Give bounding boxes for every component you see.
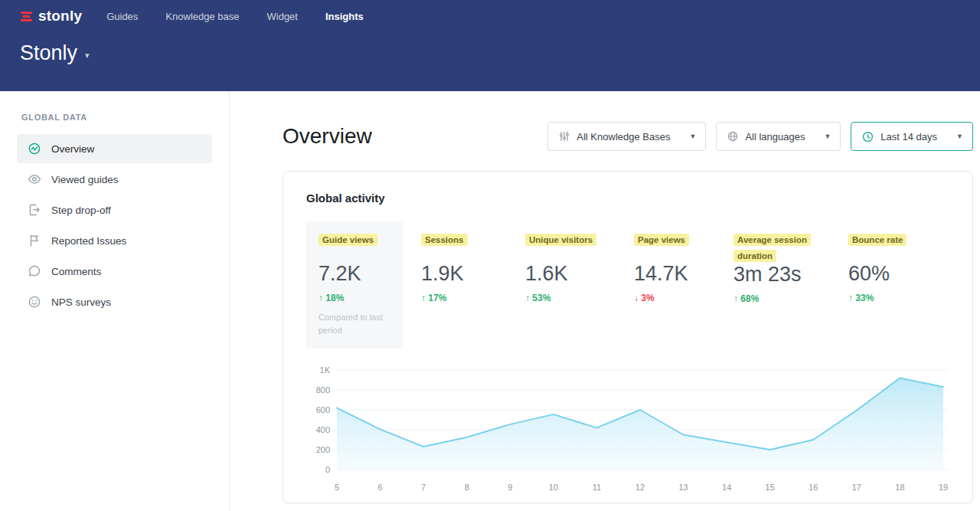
sidebar-item-label: Overview bbox=[51, 143, 94, 155]
metric-change: ↑ 17% bbox=[421, 293, 507, 303]
svg-text:18: 18 bbox=[895, 483, 904, 492]
main-content: Overview All Knowledge Bases ▼ bbox=[230, 91, 980, 511]
svg-text:14: 14 bbox=[722, 483, 731, 492]
metric-change: ↓ 3% bbox=[634, 293, 715, 303]
stonly-logo-text: stonly bbox=[38, 8, 82, 25]
metric-label: Sessions bbox=[421, 234, 468, 246]
metric-change: ↑ 33% bbox=[848, 293, 922, 303]
metric-value: 14.7K bbox=[634, 263, 715, 284]
svg-text:12: 12 bbox=[635, 483, 645, 492]
sidebar-item-label: NPS surveys bbox=[51, 296, 111, 308]
sidebar-item-comments[interactable]: Comments bbox=[17, 257, 212, 286]
metric-note: Compared to last period bbox=[318, 311, 390, 336]
metric-change: ↑ 53% bbox=[525, 293, 616, 303]
nav-item-knowledge-base[interactable]: Knowledge base bbox=[165, 11, 239, 22]
nav-item-insights[interactable]: Insights bbox=[325, 11, 364, 22]
card-title: Global activity bbox=[306, 192, 949, 205]
top-nav-items: Guides Knowledge base Widget Insights bbox=[106, 11, 364, 22]
stonly-logo-icon bbox=[20, 10, 33, 23]
svg-text:9: 9 bbox=[508, 483, 512, 492]
metric-value: 7.2K bbox=[318, 263, 390, 284]
svg-text:11: 11 bbox=[593, 483, 601, 492]
nav-item-guides[interactable]: Guides bbox=[106, 11, 138, 22]
metrics-row: Guide views 7.2K ↑ 18% Compared to last … bbox=[306, 221, 949, 349]
page-title: Overview bbox=[283, 124, 372, 149]
stonly-logo[interactable]: stonly bbox=[20, 8, 82, 25]
page-layout: GLOBAL DATA Overview Viewed guides Step … bbox=[0, 91, 980, 511]
workspace-selector[interactable]: Stonly ▾ bbox=[0, 32, 980, 65]
metric-label: Guide views bbox=[318, 234, 377, 246]
language-filter[interactable]: All languages ▼ bbox=[716, 122, 841, 151]
activity-chart-svg: 02004006008001K5678910111213141516171819 bbox=[306, 364, 949, 500]
svg-text:0: 0 bbox=[325, 465, 330, 474]
svg-text:13: 13 bbox=[678, 483, 688, 492]
sidebar-item-label: Viewed guides bbox=[51, 174, 119, 185]
metric-guide-views[interactable]: Guide views 7.2K ↑ 18% Compared to last … bbox=[306, 221, 403, 349]
clock-icon bbox=[862, 131, 874, 142]
language-filter-label: All languages bbox=[745, 131, 805, 142]
svg-text:400: 400 bbox=[316, 425, 330, 434]
metric-value: 60% bbox=[848, 263, 922, 284]
sidebar-item-viewed-guides[interactable]: Viewed guides bbox=[17, 165, 212, 194]
svg-text:1K: 1K bbox=[320, 365, 331, 375]
chevron-down-icon: ▾ bbox=[85, 51, 90, 61]
globe-icon bbox=[727, 131, 738, 142]
activity-icon bbox=[28, 142, 41, 156]
svg-text:15: 15 bbox=[766, 483, 775, 492]
metric-value: 1.9K bbox=[421, 263, 507, 284]
workspace-name: Stonly bbox=[20, 41, 77, 65]
filter-bar: All Knowledge Bases ▼ All languages ▼ bbox=[547, 122, 973, 151]
metric-label: Page views bbox=[634, 234, 689, 246]
svg-text:8: 8 bbox=[465, 483, 469, 492]
date-range-filter-label: Last 14 days bbox=[880, 131, 937, 142]
flag-icon bbox=[28, 234, 41, 247]
svg-text:17: 17 bbox=[852, 483, 861, 492]
svg-text:600: 600 bbox=[316, 405, 330, 414]
sidebar-item-label: Step drop-off bbox=[51, 205, 111, 216]
smiley-icon bbox=[28, 295, 41, 309]
svg-text:800: 800 bbox=[316, 385, 330, 395]
metric-average-session-duration[interactable]: Average session duration 3m 23s ↑ 68% bbox=[733, 221, 830, 304]
sidebar-item-nps-surveys[interactable]: NPS surveys bbox=[17, 287, 212, 316]
sidebar-item-step-drop-off[interactable]: Step drop-off bbox=[17, 195, 212, 224]
chevron-down-icon: ▼ bbox=[689, 133, 696, 140]
metric-label: Bounce rate bbox=[848, 234, 906, 246]
chevron-down-icon: ▼ bbox=[824, 133, 831, 140]
sidebar-item-reported-issues[interactable]: Reported Issues bbox=[17, 226, 212, 255]
date-range-filter[interactable]: Last 14 days ▼ bbox=[851, 122, 973, 151]
metric-value: 1.6K bbox=[525, 263, 616, 284]
step-dropoff-icon bbox=[28, 203, 41, 217]
chevron-down-icon: ▼ bbox=[956, 133, 963, 140]
sidebar: GLOBAL DATA Overview Viewed guides Step … bbox=[0, 91, 230, 511]
sidebar-item-label: Comments bbox=[51, 266, 101, 277]
knowledge-base-filter[interactable]: All Knowledge Bases ▼ bbox=[547, 122, 706, 151]
metric-label: Average session duration bbox=[733, 234, 811, 262]
svg-text:200: 200 bbox=[316, 445, 330, 454]
comment-icon bbox=[28, 264, 41, 278]
sliders-icon bbox=[559, 131, 570, 142]
nav-item-widget[interactable]: Widget bbox=[267, 11, 298, 22]
svg-text:7: 7 bbox=[421, 483, 426, 492]
metric-sessions[interactable]: Sessions 1.9K ↑ 17% bbox=[421, 221, 507, 303]
sidebar-item-overview[interactable]: Overview bbox=[17, 134, 212, 163]
global-activity-card: Global activity Guide views 7.2K ↑ 18% C… bbox=[283, 171, 973, 503]
main-header: Overview All Knowledge Bases ▼ bbox=[283, 122, 973, 151]
knowledge-base-filter-label: All Knowledge Bases bbox=[577, 131, 670, 142]
metric-bounce-rate[interactable]: Bounce rate 60% ↑ 33% bbox=[848, 221, 922, 303]
metric-change: ↑ 68% bbox=[733, 293, 830, 304]
metric-change: ↑ 18% bbox=[318, 293, 390, 303]
top-navbar: stonly Guides Knowledge base Widget Insi… bbox=[0, 0, 980, 32]
top-header: stonly Guides Knowledge base Widget Insi… bbox=[0, 0, 980, 91]
activity-chart: 02004006008001K5678910111213141516171819 bbox=[306, 364, 949, 500]
metric-label: Unique visitors bbox=[525, 234, 596, 246]
svg-text:10: 10 bbox=[549, 483, 558, 492]
svg-text:5: 5 bbox=[335, 483, 339, 492]
sidebar-item-label: Reported Issues bbox=[51, 235, 126, 247]
metric-unique-visitors[interactable]: Unique visitors 1.6K ↑ 53% bbox=[525, 221, 616, 303]
metric-page-views[interactable]: Page views 14.7K ↓ 3% bbox=[634, 221, 715, 303]
svg-text:19: 19 bbox=[939, 483, 948, 492]
svg-text:6: 6 bbox=[378, 483, 383, 492]
svg-text:16: 16 bbox=[808, 483, 818, 492]
eye-icon bbox=[28, 172, 41, 186]
sidebar-section-label: GLOBAL DATA bbox=[21, 113, 229, 122]
